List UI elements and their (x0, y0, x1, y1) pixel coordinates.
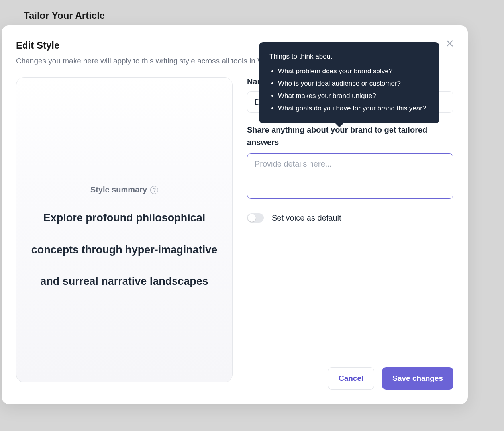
save-changes-button[interactable]: Save changes (382, 367, 453, 390)
details-textarea-wrap (247, 153, 453, 200)
help-icon[interactable]: ? (150, 186, 158, 194)
toggle-knob (248, 214, 256, 222)
tooltip-item: What problem does your brand solve? (278, 66, 429, 77)
default-voice-toggle[interactable] (247, 213, 264, 223)
style-summary-label: Style summary (90, 185, 147, 194)
tooltip-item: Who is your ideal audience or customer? (278, 78, 429, 90)
style-summary-text: Explore profound philosophical concepts … (16, 202, 232, 298)
background-page-title: Tailor Your Article (24, 10, 105, 21)
text-cursor (255, 159, 255, 169)
close-icon (445, 39, 454, 48)
cancel-button[interactable]: Cancel (328, 367, 374, 390)
brand-details-tooltip: Things to think about: What problem does… (259, 42, 439, 123)
tooltip-item: What goals do you have for your brand th… (278, 103, 429, 114)
tooltip-item: What makes your brand unique? (278, 90, 429, 102)
tooltip-title: Things to think about: (269, 51, 429, 63)
tooltip-pointer (335, 123, 344, 127)
details-field-label: Share anything about your brand to get t… (247, 124, 453, 149)
style-preview-panel: Style summary ? Explore profound philoso… (16, 77, 233, 382)
tooltip-list: What problem does your brand solve? Who … (269, 66, 429, 114)
close-button[interactable] (444, 37, 456, 49)
default-voice-toggle-label: Set voice as default (272, 214, 341, 223)
modal-footer-buttons: Cancel Save changes (328, 367, 453, 390)
background-header: Tailor Your Article (0, 0, 504, 28)
brand-details-textarea[interactable] (247, 153, 453, 199)
default-voice-toggle-row: Set voice as default (247, 213, 453, 223)
style-summary-label-row: Style summary ? (90, 185, 158, 194)
